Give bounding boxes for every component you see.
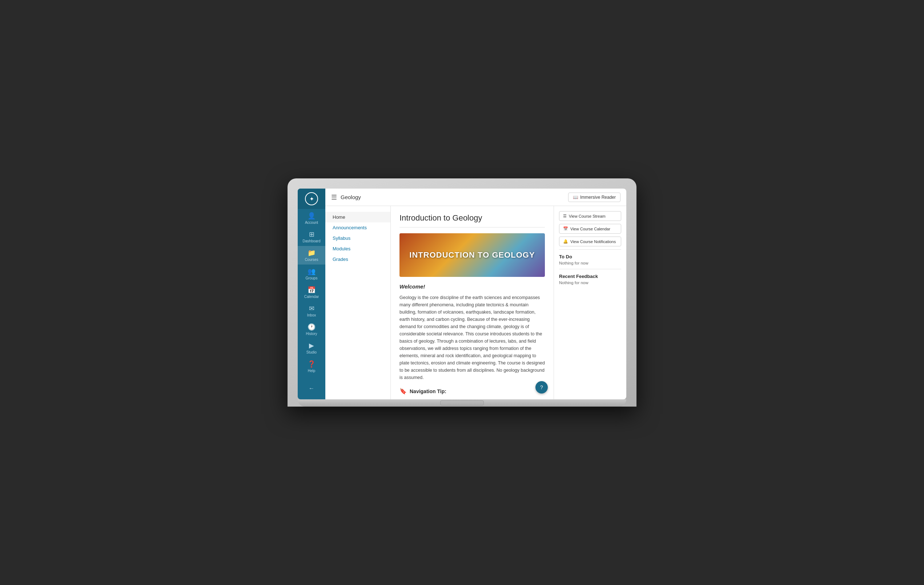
help-icon: ❓ bbox=[307, 360, 315, 368]
nav-tip-section: 🔖 Navigation Tip: The left-side navigati… bbox=[399, 388, 545, 399]
help-label: Help bbox=[308, 369, 315, 373]
nav-home[interactable]: Home bbox=[325, 212, 390, 222]
bookmark-icon: 🔖 bbox=[399, 388, 407, 395]
sidebar-item-dashboard[interactable]: ⊞ Dashboard bbox=[298, 227, 325, 246]
laptop-outer: ✦ 👤 Account ⊞ Dashboard 📁 Courses 👥 bbox=[287, 178, 637, 407]
courses-icon: 📁 bbox=[307, 249, 315, 257]
page-title: Introduction to Geology bbox=[399, 213, 545, 227]
logo-circle: ✦ bbox=[305, 192, 318, 205]
inbox-label: Inbox bbox=[307, 313, 316, 317]
feedback-title: Recent Feedback bbox=[559, 274, 621, 279]
nav-syllabus[interactable]: Syllabus bbox=[325, 233, 390, 244]
view-calendar-label: View Course Calendar bbox=[570, 227, 610, 231]
view-notifications-label: View Course Notifications bbox=[570, 239, 616, 244]
nav-grades[interactable]: Grades bbox=[325, 254, 390, 265]
sidebar-collapse-button[interactable]: ← bbox=[298, 381, 325, 396]
groups-icon: 👥 bbox=[307, 267, 315, 275]
todo-divider bbox=[559, 249, 621, 250]
immersive-reader-icon: 📖 bbox=[573, 195, 578, 200]
sidebar-item-groups[interactable]: 👥 Groups bbox=[298, 265, 325, 283]
nav-modules[interactable]: Modules bbox=[325, 244, 390, 254]
sidebar-item-help[interactable]: ❓ Help bbox=[298, 357, 325, 376]
laptop-base bbox=[298, 399, 626, 407]
calendar-label: Calendar bbox=[304, 295, 319, 299]
calendar-icon: 📅 bbox=[307, 286, 315, 294]
canvas-logo-icon: ✦ bbox=[309, 196, 314, 203]
dashboard-label: Dashboard bbox=[303, 239, 321, 243]
account-label: Account bbox=[305, 221, 318, 224]
sidebar-item-studio[interactable]: ▶ Studio bbox=[298, 339, 325, 357]
account-icon: 👤 bbox=[307, 212, 315, 220]
hamburger-menu-icon[interactable]: ☰ bbox=[331, 193, 337, 201]
view-calendar-button[interactable]: 📅 View Course Calendar bbox=[559, 224, 621, 234]
sidebar-logo: ✦ bbox=[298, 189, 325, 209]
view-stream-button[interactable]: ☰ View Course Stream bbox=[559, 211, 621, 221]
hero-banner-text: INTRODUCTION TO GEOLOGY bbox=[409, 250, 535, 260]
todo-title: To Do bbox=[559, 254, 621, 259]
todo-nothing: Nothing for now bbox=[559, 261, 621, 265]
groups-label: Groups bbox=[306, 276, 318, 280]
notifications-icon: 🔔 bbox=[563, 239, 568, 244]
feedback-nothing: Nothing for now bbox=[559, 280, 621, 285]
view-notifications-button[interactable]: 🔔 View Course Notifications bbox=[559, 237, 621, 246]
content-row: Home Announcements Syllabus Modules Grad… bbox=[325, 206, 626, 399]
welcome-text: Welcome! bbox=[399, 283, 545, 290]
stream-icon: ☰ bbox=[563, 214, 567, 218]
immersive-reader-label: Immersive Reader bbox=[580, 195, 616, 200]
page-content: Introduction to Geology INTRODUCTION TO … bbox=[391, 206, 554, 399]
hero-banner: INTRODUCTION TO GEOLOGY bbox=[399, 233, 545, 277]
left-nav: Home Announcements Syllabus Modules Grad… bbox=[325, 206, 391, 399]
nav-announcements[interactable]: Announcements bbox=[325, 222, 390, 233]
fab-help-button[interactable]: ? bbox=[535, 381, 548, 394]
feedback-divider bbox=[559, 269, 621, 269]
immersive-reader-button[interactable]: 📖 Immersive Reader bbox=[568, 193, 620, 202]
laptop-trackpad bbox=[440, 400, 484, 405]
sidebar-item-calendar[interactable]: 📅 Calendar bbox=[298, 283, 325, 302]
description-text: Geology is the core discipline of the ea… bbox=[399, 294, 545, 381]
nav-tip-title: Navigation Tip: bbox=[410, 389, 446, 394]
sidebar-item-history[interactable]: 🕐 History bbox=[298, 320, 325, 339]
sidebar-item-inbox[interactable]: ✉ Inbox bbox=[298, 302, 325, 320]
sidebar-item-courses[interactable]: 📁 Courses bbox=[298, 246, 325, 265]
main-area: ☰ Geology 📖 Immersive Reader Home bbox=[325, 189, 626, 399]
sidebar: ✦ 👤 Account ⊞ Dashboard 📁 Courses 👥 bbox=[298, 189, 325, 399]
right-panel: ☰ View Course Stream 📅 View Course Calen… bbox=[554, 206, 626, 399]
courses-label: Courses bbox=[305, 258, 318, 262]
view-stream-label: View Course Stream bbox=[569, 214, 606, 218]
history-icon: 🕐 bbox=[307, 323, 315, 331]
nav-tip-header: 🔖 Navigation Tip: bbox=[399, 388, 545, 395]
studio-icon: ▶ bbox=[309, 341, 314, 349]
history-label: History bbox=[306, 332, 317, 336]
nav-tip-body: The left-side navigation menu includes a… bbox=[399, 397, 545, 399]
studio-label: Studio bbox=[307, 350, 317, 354]
dashboard-icon: ⊞ bbox=[309, 231, 314, 238]
collapse-icon: ← bbox=[309, 385, 314, 392]
topbar: ☰ Geology 📖 Immersive Reader bbox=[325, 189, 626, 206]
laptop-screen: ✦ 👤 Account ⊞ Dashboard 📁 Courses 👥 bbox=[298, 189, 626, 399]
topbar-right: 📖 Immersive Reader bbox=[568, 193, 620, 202]
course-title: Geology bbox=[341, 194, 361, 200]
content-wrapper: Introduction to Geology INTRODUCTION TO … bbox=[391, 206, 554, 399]
inbox-icon: ✉ bbox=[309, 305, 314, 313]
app-layout: ✦ 👤 Account ⊞ Dashboard 📁 Courses 👥 bbox=[298, 189, 626, 399]
calendar-icon: 📅 bbox=[563, 226, 568, 231]
sidebar-item-account[interactable]: 👤 Account bbox=[298, 209, 325, 227]
fab-icon: ? bbox=[540, 384, 543, 390]
topbar-left: ☰ Geology bbox=[331, 193, 361, 201]
